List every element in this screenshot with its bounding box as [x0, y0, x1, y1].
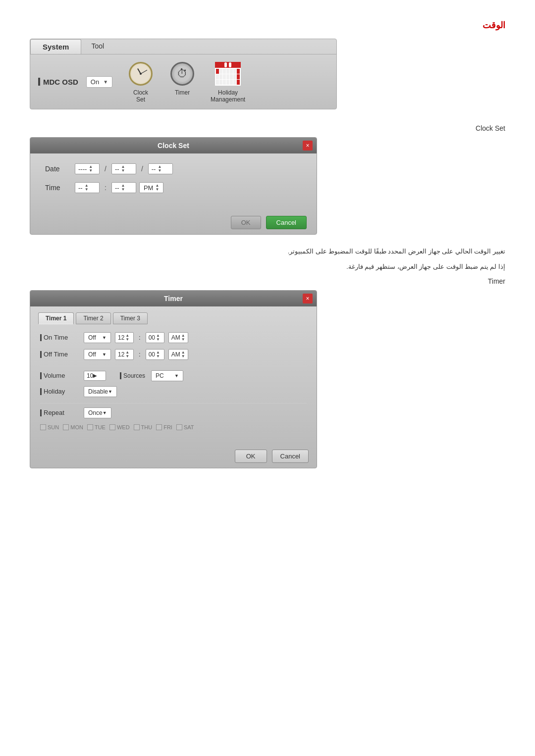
hc3: [223, 69, 226, 74]
clock-dialog-footer: OK Cancel: [30, 211, 317, 234]
holiday-icon-item[interactable]: Holiday Management: [211, 60, 245, 103]
off-min-value: 00: [149, 351, 155, 358]
wed-checkbox-icon[interactable]: [109, 424, 115, 430]
volume-control[interactable]: 10 ▶: [84, 371, 106, 381]
clock-ok-button[interactable]: OK: [231, 216, 261, 229]
day-fri[interactable]: FRI: [156, 424, 172, 430]
on-min-down[interactable]: ▼: [156, 338, 160, 342]
clock-label-2: Set: [136, 96, 145, 103]
time-min-down-arrow[interactable]: ▼: [121, 188, 125, 192]
clock-cancel-button[interactable]: Cancel: [266, 216, 307, 229]
clock-set-icon-item[interactable]: Clock Set: [127, 60, 154, 103]
holiday-dropdown[interactable]: Disable ▼: [84, 386, 117, 397]
hc4: [226, 69, 229, 74]
on-min-spin[interactable]: 00 ▲ ▼: [146, 332, 164, 343]
time-ampm-down-arrow[interactable]: ▼: [155, 188, 159, 192]
date-month-down-arrow[interactable]: ▼: [121, 169, 125, 173]
time-ampm-arrows[interactable]: ▲ ▼: [155, 184, 159, 192]
time-min-arrows[interactable]: ▲ ▼: [121, 184, 125, 192]
mdc-on-dropdown[interactable]: On ▼: [86, 76, 112, 88]
tue-checkbox-icon[interactable]: [87, 424, 93, 430]
hc15: [216, 80, 219, 85]
repeat-dropdown[interactable]: Once ▼: [84, 407, 111, 418]
date-day-arrows[interactable]: ▲ ▼: [158, 165, 161, 173]
sources-value: PC: [156, 372, 164, 379]
timer-cancel-button[interactable]: Cancel: [272, 450, 309, 463]
repeat-arrow-icon: ▼: [103, 410, 107, 415]
date-year-down-arrow[interactable]: ▼: [89, 169, 93, 173]
off-hour-arrows[interactable]: ▲ ▼: [125, 351, 129, 358]
hc2: [219, 69, 222, 74]
off-hour-spin[interactable]: 12 ▲ ▼: [115, 349, 134, 360]
on-min-value: 00: [149, 334, 155, 341]
timer-section-label: Timer: [30, 277, 505, 285]
mdc-on-value: On: [91, 78, 99, 86]
volume-label: Volume: [40, 372, 80, 379]
hc19: [230, 80, 233, 85]
off-hour-down[interactable]: ▼: [125, 354, 129, 358]
tab-tool[interactable]: Tool: [81, 39, 114, 54]
day-sun[interactable]: SUN: [40, 424, 59, 430]
repeat-label: Repeat: [40, 409, 80, 416]
off-time-bar-icon: [40, 351, 42, 358]
on-time-dropdown[interactable]: Off ▼: [84, 332, 111, 343]
icons-area: Clock Set ⏱ Timer: [127, 60, 245, 103]
volume-right-arrow-icon[interactable]: ▶: [93, 373, 97, 378]
off-ampm-down[interactable]: ▼: [181, 354, 185, 358]
on-ampm-control[interactable]: AM ▲ ▼: [168, 332, 188, 343]
thu-checkbox-icon[interactable]: [134, 424, 140, 430]
day-thu[interactable]: THU: [134, 424, 153, 430]
day-tue[interactable]: TUE: [87, 424, 106, 430]
timer-tab-1[interactable]: Timer 1: [38, 312, 74, 324]
off-min-spin[interactable]: 00 ▲ ▼: [146, 349, 164, 360]
date-year-control[interactable]: ---- ▲ ▼: [75, 163, 100, 174]
holiday-row: Holiday Disable ▼: [40, 386, 307, 397]
day-wed[interactable]: WED: [109, 424, 130, 430]
fri-label: FRI: [163, 424, 172, 430]
hc21: [237, 80, 240, 85]
off-ampm-arrows[interactable]: ▲ ▼: [181, 351, 185, 358]
date-month-control[interactable]: -- ▲ ▼: [111, 163, 136, 174]
on-hour-arrows[interactable]: ▲ ▼: [125, 334, 129, 342]
date-month-arrows[interactable]: ▲ ▼: [121, 165, 125, 173]
timer-icon-item[interactable]: ⏱ Timer: [169, 60, 196, 103]
clock-dialog-title: Clock Set: [158, 142, 189, 150]
clock-dialog-close-button[interactable]: ×: [303, 141, 313, 151]
on-time-text: On Time: [44, 334, 68, 341]
date-year-arrows[interactable]: ▲ ▼: [89, 165, 93, 173]
off-min-down[interactable]: ▼: [156, 354, 160, 358]
on-hour-down[interactable]: ▼: [125, 338, 129, 342]
timer-css-icon: ⏱: [170, 62, 194, 86]
day-sat[interactable]: SAT: [176, 424, 194, 430]
sources-dropdown[interactable]: PC ▼: [151, 370, 183, 381]
off-ampm-control[interactable]: AM ▲ ▼: [168, 349, 188, 360]
on-min-arrows[interactable]: ▲ ▼: [156, 334, 160, 342]
sun-checkbox-icon[interactable]: [40, 424, 46, 430]
page-container: الوقت System Tool MDC OSD On ▼: [0, 0, 535, 498]
mon-checkbox-icon[interactable]: [63, 424, 69, 430]
hc13: [233, 74, 236, 79]
fri-checkbox-icon[interactable]: [156, 424, 162, 430]
tab-system[interactable]: System: [30, 39, 81, 54]
on-ampm-arrows[interactable]: ▲ ▼: [181, 334, 185, 342]
sources-bar-icon: [120, 372, 121, 379]
timer-tab-2[interactable]: Timer 2: [76, 312, 110, 324]
on-hour-spin[interactable]: 12 ▲ ▼: [115, 332, 134, 343]
day-mon[interactable]: MON: [63, 424, 83, 430]
timer-dialog-close-button[interactable]: ×: [303, 294, 313, 303]
time-min-control[interactable]: -- ▲ ▼: [111, 182, 136, 193]
time-ampm-control[interactable]: PM ▲ ▼: [139, 182, 163, 193]
date-day-down-arrow[interactable]: ▼: [158, 169, 161, 173]
time-hour-down-arrow[interactable]: ▼: [85, 188, 89, 192]
date-day-control[interactable]: -- ▲ ▼: [148, 163, 173, 174]
timer-tab-3[interactable]: Timer 3: [113, 312, 148, 324]
off-time-dropdown[interactable]: Off ▼: [84, 349, 111, 360]
off-min-arrows[interactable]: ▲ ▼: [156, 351, 160, 358]
timer-ok-button[interactable]: OK: [235, 450, 267, 463]
hc12: [230, 74, 233, 79]
time-hour-arrows[interactable]: ▲ ▼: [85, 184, 89, 192]
sat-checkbox-icon[interactable]: [176, 424, 182, 430]
on-ampm-down[interactable]: ▼: [181, 338, 185, 342]
off-time-value: Off: [88, 351, 96, 358]
time-hour-control[interactable]: -- ▲ ▼: [75, 182, 100, 193]
